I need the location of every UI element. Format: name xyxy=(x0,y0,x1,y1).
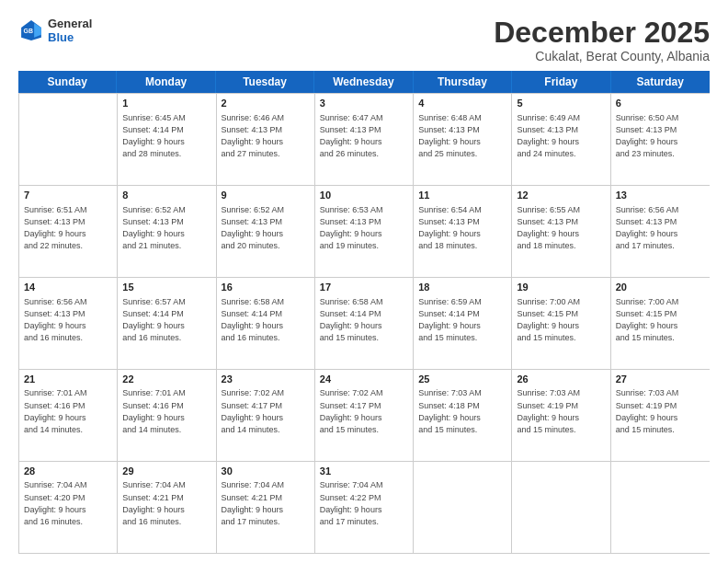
day-number: 23 xyxy=(222,373,310,386)
day-number: 14 xyxy=(24,281,112,294)
calendar-cell: 15Sunrise: 6:57 AM Sunset: 4:14 PM Dayli… xyxy=(118,278,216,369)
month-title: December 2025 xyxy=(494,17,710,49)
title-block: December 2025 Cukalat, Berat County, Alb… xyxy=(494,17,710,63)
cell-info: Sunrise: 6:49 AM Sunset: 4:13 PM Dayligh… xyxy=(517,112,605,160)
day-number: 10 xyxy=(320,189,408,202)
day-number: 17 xyxy=(320,281,408,294)
day-number: 15 xyxy=(122,281,210,294)
calendar-header-cell: Monday xyxy=(117,71,215,93)
calendar-cell: 3Sunrise: 6:47 AM Sunset: 4:13 PM Daylig… xyxy=(315,94,414,185)
cell-info: Sunrise: 6:58 AM Sunset: 4:14 PM Dayligh… xyxy=(320,296,408,344)
day-number: 22 xyxy=(122,373,210,386)
calendar: SundayMondayTuesdayWednesdayThursdayFrid… xyxy=(18,71,710,554)
day-number: 13 xyxy=(616,189,705,202)
day-number: 6 xyxy=(616,97,705,110)
cell-info: Sunrise: 6:47 AM Sunset: 4:13 PM Dayligh… xyxy=(320,112,408,160)
calendar-header-cell: Thursday xyxy=(414,71,512,93)
calendar-cell: 9Sunrise: 6:52 AM Sunset: 4:13 PM Daylig… xyxy=(217,186,315,277)
cell-info: Sunrise: 7:04 AM Sunset: 4:22 PM Dayligh… xyxy=(320,479,408,527)
calendar-cell: 4Sunrise: 6:48 AM Sunset: 4:13 PM Daylig… xyxy=(414,94,512,185)
logo-icon: GB xyxy=(18,17,44,43)
subtitle: Cukalat, Berat County, Albania xyxy=(494,49,710,63)
calendar-row: 7Sunrise: 6:51 AM Sunset: 4:13 PM Daylig… xyxy=(19,185,710,277)
cell-info: Sunrise: 6:45 AM Sunset: 4:14 PM Dayligh… xyxy=(122,112,210,160)
cell-info: Sunrise: 6:56 AM Sunset: 4:13 PM Dayligh… xyxy=(24,296,112,344)
day-number: 26 xyxy=(517,373,605,386)
day-number: 24 xyxy=(320,373,408,386)
logo-text: General Blue xyxy=(48,17,92,44)
calendar-cell: 17Sunrise: 6:58 AM Sunset: 4:14 PM Dayli… xyxy=(315,278,414,369)
cell-info: Sunrise: 7:01 AM Sunset: 4:16 PM Dayligh… xyxy=(122,387,210,435)
cell-info: Sunrise: 7:04 AM Sunset: 4:21 PM Dayligh… xyxy=(222,479,310,527)
calendar-cell: 1Sunrise: 6:45 AM Sunset: 4:14 PM Daylig… xyxy=(118,94,216,185)
calendar-header-cell: Sunday xyxy=(18,71,117,93)
cell-info: Sunrise: 6:54 AM Sunset: 4:13 PM Dayligh… xyxy=(418,204,506,252)
day-number: 21 xyxy=(24,373,112,386)
day-number: 3 xyxy=(320,97,408,110)
day-number: 8 xyxy=(122,189,210,202)
day-number: 4 xyxy=(418,97,506,110)
calendar-row: 21Sunrise: 7:01 AM Sunset: 4:16 PM Dayli… xyxy=(19,369,710,461)
calendar-cell: 6Sunrise: 6:50 AM Sunset: 4:13 PM Daylig… xyxy=(611,94,710,185)
day-number: 12 xyxy=(517,189,605,202)
cell-info: Sunrise: 6:51 AM Sunset: 4:13 PM Dayligh… xyxy=(24,204,112,252)
day-number: 25 xyxy=(418,373,506,386)
calendar-cell: 31Sunrise: 7:04 AM Sunset: 4:22 PM Dayli… xyxy=(315,462,414,553)
calendar-cell xyxy=(512,462,610,553)
calendar-header-cell: Wednesday xyxy=(314,71,413,93)
calendar-cell: 27Sunrise: 7:03 AM Sunset: 4:19 PM Dayli… xyxy=(611,370,710,461)
calendar-body: 1Sunrise: 6:45 AM Sunset: 4:14 PM Daylig… xyxy=(18,93,710,554)
calendar-header-cell: Saturday xyxy=(611,71,710,93)
calendar-cell: 2Sunrise: 6:46 AM Sunset: 4:13 PM Daylig… xyxy=(217,94,315,185)
calendar-cell: 18Sunrise: 6:59 AM Sunset: 4:14 PM Dayli… xyxy=(414,278,512,369)
cell-info: Sunrise: 7:04 AM Sunset: 4:21 PM Dayligh… xyxy=(122,479,210,527)
cell-info: Sunrise: 6:52 AM Sunset: 4:13 PM Dayligh… xyxy=(222,204,310,252)
calendar-cell: 19Sunrise: 7:00 AM Sunset: 4:15 PM Dayli… xyxy=(512,278,610,369)
calendar-cell: 14Sunrise: 6:56 AM Sunset: 4:13 PM Dayli… xyxy=(19,278,118,369)
calendar-cell: 25Sunrise: 7:03 AM Sunset: 4:18 PM Dayli… xyxy=(414,370,512,461)
calendar-header-cell: Friday xyxy=(512,71,610,93)
day-number: 16 xyxy=(222,281,310,294)
cell-info: Sunrise: 6:56 AM Sunset: 4:13 PM Dayligh… xyxy=(616,204,705,252)
cell-info: Sunrise: 7:03 AM Sunset: 4:18 PM Dayligh… xyxy=(418,387,506,435)
cell-info: Sunrise: 6:50 AM Sunset: 4:13 PM Dayligh… xyxy=(616,112,705,160)
cell-info: Sunrise: 6:57 AM Sunset: 4:14 PM Dayligh… xyxy=(122,296,210,344)
calendar-cell xyxy=(611,462,710,553)
calendar-header-cell: Tuesday xyxy=(216,71,314,93)
cell-info: Sunrise: 7:00 AM Sunset: 4:15 PM Dayligh… xyxy=(517,296,605,344)
calendar-cell: 22Sunrise: 7:01 AM Sunset: 4:16 PM Dayli… xyxy=(118,370,216,461)
day-number: 5 xyxy=(517,97,605,110)
calendar-cell: 30Sunrise: 7:04 AM Sunset: 4:21 PM Dayli… xyxy=(217,462,315,553)
calendar-cell xyxy=(414,462,512,553)
calendar-cell: 29Sunrise: 7:04 AM Sunset: 4:21 PM Dayli… xyxy=(118,462,216,553)
calendar-cell: 13Sunrise: 6:56 AM Sunset: 4:13 PM Dayli… xyxy=(611,186,710,277)
page: GB General Blue December 2025 Cukalat, B… xyxy=(0,0,728,563)
calendar-cell: 11Sunrise: 6:54 AM Sunset: 4:13 PM Dayli… xyxy=(414,186,512,277)
day-number: 30 xyxy=(222,465,310,478)
day-number: 9 xyxy=(222,189,310,202)
cell-info: Sunrise: 7:04 AM Sunset: 4:20 PM Dayligh… xyxy=(24,479,112,527)
cell-info: Sunrise: 7:02 AM Sunset: 4:17 PM Dayligh… xyxy=(320,387,408,435)
logo: GB General Blue xyxy=(18,17,92,44)
cell-info: Sunrise: 6:46 AM Sunset: 4:13 PM Dayligh… xyxy=(222,112,310,160)
calendar-cell: 26Sunrise: 7:03 AM Sunset: 4:19 PM Dayli… xyxy=(512,370,610,461)
calendar-cell: 23Sunrise: 7:02 AM Sunset: 4:17 PM Dayli… xyxy=(217,370,315,461)
calendar-cell: 8Sunrise: 6:52 AM Sunset: 4:13 PM Daylig… xyxy=(118,186,216,277)
cell-info: Sunrise: 6:58 AM Sunset: 4:14 PM Dayligh… xyxy=(222,296,310,344)
calendar-cell: 28Sunrise: 7:04 AM Sunset: 4:20 PM Dayli… xyxy=(19,462,118,553)
calendar-header: SundayMondayTuesdayWednesdayThursdayFrid… xyxy=(18,71,710,93)
calendar-cell xyxy=(19,94,118,185)
calendar-row: 14Sunrise: 6:56 AM Sunset: 4:13 PM Dayli… xyxy=(19,277,710,369)
day-number: 19 xyxy=(517,281,605,294)
day-number: 2 xyxy=(222,97,310,110)
svg-text:GB: GB xyxy=(23,28,32,34)
cell-info: Sunrise: 7:03 AM Sunset: 4:19 PM Dayligh… xyxy=(616,387,705,435)
day-number: 28 xyxy=(24,465,112,478)
calendar-cell: 24Sunrise: 7:02 AM Sunset: 4:17 PM Dayli… xyxy=(315,370,414,461)
calendar-cell: 21Sunrise: 7:01 AM Sunset: 4:16 PM Dayli… xyxy=(19,370,118,461)
day-number: 31 xyxy=(320,465,408,478)
cell-info: Sunrise: 6:53 AM Sunset: 4:13 PM Dayligh… xyxy=(320,204,408,252)
cell-info: Sunrise: 6:52 AM Sunset: 4:13 PM Dayligh… xyxy=(122,204,210,252)
day-number: 18 xyxy=(418,281,506,294)
calendar-cell: 5Sunrise: 6:49 AM Sunset: 4:13 PM Daylig… xyxy=(512,94,610,185)
